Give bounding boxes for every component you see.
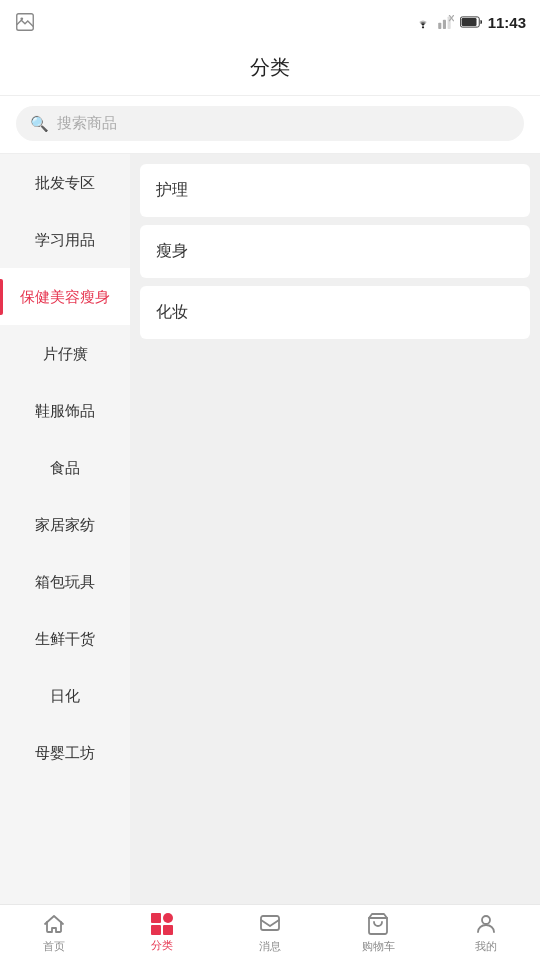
svg-point-12 [482,916,490,924]
signal-icon [438,15,454,29]
bottom-nav: 首页 分类 消息 购物车 我的 [0,904,540,960]
svg-rect-9 [461,18,476,26]
sidebar-item-shoes[interactable]: 鞋服饰品 [0,382,130,439]
nav-item-category[interactable]: 分类 [108,907,216,959]
sidebar-item-food[interactable]: 食品 [0,439,130,496]
nav-item-message[interactable]: 消息 [216,906,324,960]
svg-rect-4 [443,20,446,29]
sidebar-item-health[interactable]: 保健美容瘦身 [0,268,130,325]
svg-rect-10 [261,916,279,930]
nav-label-category: 分类 [151,938,173,953]
main-content: 批发专区 学习用品 保健美容瘦身 片仔癀 鞋服饰品 食品 家居家纺 箱包玩具 生… [0,154,540,906]
nav-label-cart: 购物车 [362,939,395,954]
cart-icon [366,912,390,936]
nav-label-mine: 我的 [475,939,497,954]
category-card-slim[interactable]: 瘦身 [140,225,530,278]
search-input-wrapper[interactable]: 🔍 搜索商品 [16,106,524,141]
status-bar-left [14,11,36,33]
sidebar-item-pianzihuang[interactable]: 片仔癀 [0,325,130,382]
home-icon [42,912,66,936]
user-icon [474,912,498,936]
search-placeholder: 搜索商品 [57,114,117,133]
svg-rect-5 [447,17,450,29]
sidebar-item-bags[interactable]: 箱包玩具 [0,553,130,610]
page-title: 分类 [250,56,290,78]
status-bar-right: 11:43 [414,14,526,31]
search-icon: 🔍 [30,115,49,133]
sidebar-item-daily[interactable]: 日化 [0,667,130,724]
page-header: 分类 [0,44,540,96]
message-icon [258,912,282,936]
search-bar: 🔍 搜索商品 [0,96,540,154]
nav-item-cart[interactable]: 购物车 [324,906,432,960]
nav-label-message: 消息 [259,939,281,954]
category-card-care[interactable]: 护理 [140,164,530,217]
sidebar-item-study[interactable]: 学习用品 [0,211,130,268]
sidebar-item-fresh[interactable]: 生鲜干货 [0,610,130,667]
status-bar: 11:43 [0,0,540,44]
svg-point-2 [422,26,424,28]
nav-label-home: 首页 [43,939,65,954]
sidebar-item-wholesale[interactable]: 批发专区 [0,154,130,211]
category-card-makeup[interactable]: 化妆 [140,286,530,339]
battery-icon [460,16,482,28]
time-display: 11:43 [488,14,526,31]
nav-item-home[interactable]: 首页 [0,906,108,960]
svg-rect-3 [438,23,441,29]
image-icon [14,11,36,33]
sidebar-item-maternal[interactable]: 母婴工坊 [0,724,130,781]
category-icon [151,913,173,935]
sidebar-item-home[interactable]: 家居家纺 [0,496,130,553]
wifi-icon [414,15,432,29]
sidebar: 批发专区 学习用品 保健美容瘦身 片仔癀 鞋服饰品 食品 家居家纺 箱包玩具 生… [0,154,130,906]
right-content: 护理 瘦身 化妆 [130,154,540,906]
nav-item-mine[interactable]: 我的 [432,906,540,960]
